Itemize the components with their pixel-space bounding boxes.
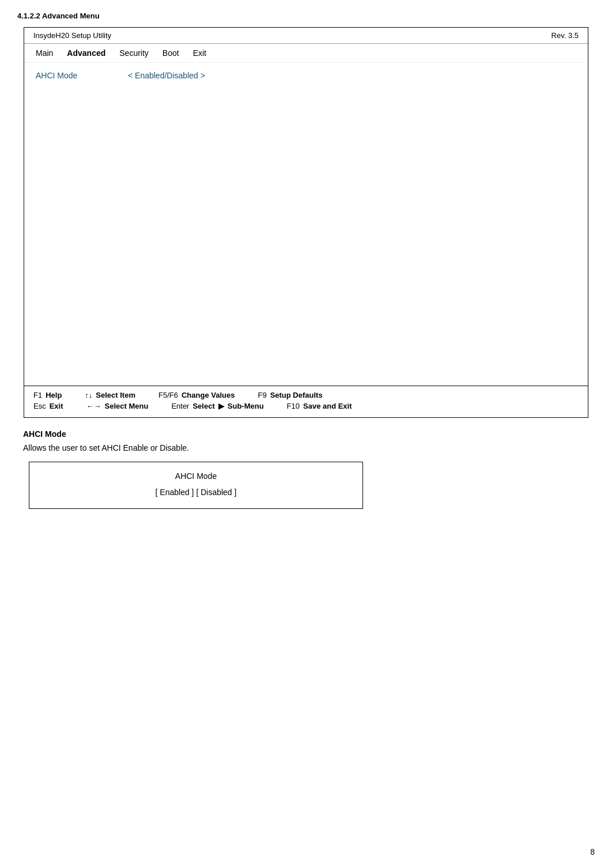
bios-title: InsydeH20 Setup Utility bbox=[33, 31, 111, 40]
select-label: Select bbox=[192, 402, 214, 410]
submenu-arrow: ▶ bbox=[218, 402, 224, 410]
ahci-mode-value: < Enabled/Disabled > bbox=[128, 71, 205, 80]
setup-defaults-label: Setup Defaults bbox=[270, 391, 323, 399]
footer-row-2: Esc Exit ←→ Select Menu Enter Select ▶ S… bbox=[33, 402, 579, 410]
select-item-label: Select Item bbox=[96, 391, 135, 399]
popup-options[interactable]: [ Enabled ] [ Disabled ] bbox=[41, 488, 351, 497]
footer-setup-defaults: F9 Setup Defaults bbox=[258, 391, 322, 399]
exit-label: Exit bbox=[50, 402, 63, 410]
bios-content: AHCI Mode < Enabled/Disabled > bbox=[24, 63, 588, 386]
enter-key: Enter bbox=[171, 402, 189, 410]
select-menu-label: Select Menu bbox=[105, 402, 149, 410]
bios-footer: F1 Help ↑↓ Select Item F5/F6 Change Valu… bbox=[24, 386, 588, 417]
f10-key: F10 bbox=[287, 402, 300, 410]
menu-item-advanced[interactable]: Advanced bbox=[67, 48, 105, 58]
updown-arrow: ↑↓ bbox=[85, 391, 92, 399]
menu-item-exit[interactable]: Exit bbox=[193, 48, 206, 58]
footer-select-item: ↑↓ Select Item bbox=[85, 391, 135, 399]
ahci-mode-label: AHCI Mode bbox=[36, 71, 128, 80]
footer-f1-help: F1 Help bbox=[33, 391, 62, 399]
menu-item-main[interactable]: Main bbox=[36, 48, 53, 58]
section-heading: 4.1.2.2 Advanced Menu bbox=[17, 12, 595, 20]
change-values-label: Change Values bbox=[182, 391, 235, 399]
bios-menubar: Main Advanced Security Boot Exit bbox=[24, 44, 588, 63]
footer-change-values: F5/F6 Change Values bbox=[158, 391, 235, 399]
footer-select-submenu: Enter Select ▶ Sub-Menu bbox=[171, 402, 263, 410]
description-text: Allows the user to set AHCI Enable or Di… bbox=[23, 443, 595, 452]
footer-esc-exit: Esc Exit bbox=[33, 402, 63, 410]
f5f6-key: F5/F6 bbox=[158, 391, 178, 399]
description-section: AHCI Mode Allows the user to set AHCI En… bbox=[23, 429, 595, 452]
popup-title: AHCI Mode bbox=[41, 471, 351, 481]
page-number: 8 bbox=[590, 847, 595, 856]
footer-save-exit: F10 Save and Exit bbox=[287, 402, 352, 410]
f1-key: F1 bbox=[33, 391, 42, 399]
esc-key: Esc bbox=[33, 402, 46, 410]
popup-box: AHCI Mode [ Enabled ] [ Disabled ] bbox=[29, 462, 363, 509]
description-title: AHCI Mode bbox=[23, 429, 595, 439]
bios-titlebar: InsydeH20 Setup Utility Rev. 3.5 bbox=[24, 28, 588, 44]
menu-item-security[interactable]: Security bbox=[119, 48, 149, 58]
bios-frame: InsydeH20 Setup Utility Rev. 3.5 Main Ad… bbox=[24, 27, 588, 418]
help-label: Help bbox=[46, 391, 62, 399]
lr-arrow: ←→ bbox=[86, 402, 101, 410]
footer-select-menu: ←→ Select Menu bbox=[86, 402, 149, 410]
footer-row-1: F1 Help ↑↓ Select Item F5/F6 Change Valu… bbox=[33, 391, 579, 399]
menu-item-boot[interactable]: Boot bbox=[163, 48, 179, 58]
save-and-exit-label: Save and Exit bbox=[303, 402, 352, 410]
f9-key: F9 bbox=[258, 391, 266, 399]
bios-content-row[interactable]: AHCI Mode < Enabled/Disabled > bbox=[36, 69, 576, 82]
submenu-label: Sub-Menu bbox=[228, 402, 264, 410]
bios-rev: Rev. 3.5 bbox=[551, 31, 579, 40]
